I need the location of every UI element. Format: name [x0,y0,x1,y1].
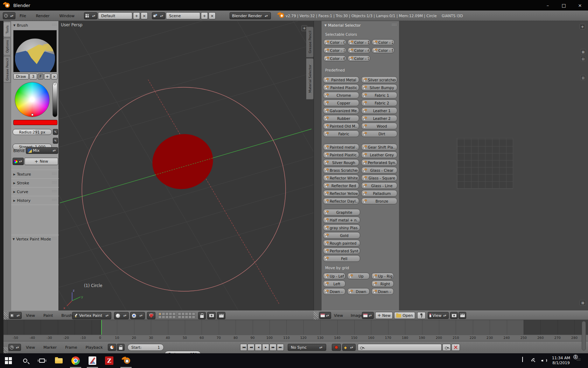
viewport-menu-brush[interactable]: Brush [61,313,72,318]
menu-file[interactable]: File [20,14,26,18]
material-button-rubber[interactable]: Rubber [323,115,359,122]
timeline-menu-frame[interactable]: Frame [65,345,77,350]
color-button-color-7[interactable]: Color - 7 [348,55,370,61]
brush-panel-header[interactable]: Brush [13,23,28,28]
timeline-scrollbar[interactable] [582,321,586,350]
timeline-ruler[interactable]: -50-40-30-20-100102030405060708090100110… [4,335,588,341]
material-button-reflector-dayl[interactable]: Reflector Dayl... [323,198,359,204]
render-still-button[interactable] [207,312,216,319]
material-button-gray-shiny-plas[interactable]: gray shiny Plas... [323,224,360,231]
radius-pressure-toggle[interactable]: ✎ [53,129,58,135]
move-button-down-l[interactable]: Down - L [323,288,345,295]
sc-icon-dropdown[interactable]: ▲▼ [152,12,165,19]
tab-grease-pencil-image[interactable]: Grease Pencil [306,27,314,57]
occlude-toggle[interactable] [147,312,155,319]
panel-grip[interactable]: :::: [52,190,57,193]
image-new-button[interactable]: + New [375,312,393,319]
close-button[interactable]: × [572,0,588,11]
edge-icon-1[interactable]: ▦ [580,49,586,54]
material-button-leather-grey[interactable]: Leather Grey [361,151,397,158]
search-button[interactable] [17,353,34,368]
panel-grip[interactable]: :::: [52,23,57,26]
blender-splash-icon[interactable] [277,13,284,18]
render-engine-dropdown[interactable]: Blender Render▲▼ [230,12,271,19]
menu-window[interactable]: Window [59,14,75,18]
material-button-silver-scratched[interactable]: Silver scratched [361,76,397,83]
color-button-color-6[interactable]: Color - 6 [323,55,346,61]
timeline-menu-marker[interactable]: Marker [43,345,57,350]
viewport-menu-view[interactable]: View [26,313,35,318]
start-button[interactable] [0,353,17,368]
tray-expand-chevron[interactable] [522,357,523,362]
playback-1[interactable]: ◀◀ [247,344,254,351]
color-button-color-5[interactable]: Color - 5 [372,47,394,53]
material-button-fabric-2[interactable]: Fabric 2 [361,100,397,106]
history-panel-header[interactable]: History [13,198,30,203]
material-button-perforated-synt[interactable]: Perforated Synt... [323,247,360,254]
material-button-painted-metal[interactable]: Painted Metal [323,76,359,83]
curve-panel-header[interactable]: Curve [13,190,28,194]
brush-count-field[interactable]: 3 [29,74,37,80]
material-button-palladium[interactable]: Palladium [361,190,397,197]
move-button-down[interactable]: Down [347,288,370,295]
material-button-dirt[interactable]: Dirt [361,130,397,137]
move-button-up[interactable]: Up [347,273,370,279]
region-corner-grip[interactable] [314,312,318,320]
image-menu-view[interactable]: View [334,313,343,318]
color-button-color-1[interactable]: Color - 1 [348,39,370,45]
scene-add-button[interactable]: + [201,12,208,19]
playback-5[interactable]: ▶▶| [277,344,284,351]
material-button-fell[interactable]: Fell [323,255,360,262]
material-selector-header[interactable]: Material Selector [324,23,361,28]
material-button-brass-scratched[interactable]: Brass Scratched [323,167,359,173]
pin-toggle[interactable] [417,312,426,319]
screen-layout-field[interactable]: Default [98,12,132,19]
autokey-record-toggle[interactable] [332,344,341,351]
timeline-menu-playback[interactable]: Playback [85,345,103,350]
viewport-3d[interactable]: z y x User Persp (1) Circle + [59,21,314,311]
keying-mode-dropdown[interactable]: ◆▲▼ [342,344,356,351]
material-button-glass-line[interactable]: Glass - Line [361,182,397,189]
timeline-menu-view[interactable]: View [26,345,35,350]
lock-frame-toggle[interactable] [117,344,125,351]
move-button-up-left[interactable]: Up - Left [323,273,345,279]
move-button-up-righ[interactable]: Up - Righ [371,273,394,279]
material-button-fabric-1[interactable]: Fabric 1 [361,92,397,98]
tray-clock[interactable]: 11:34 AM 8/1/2019 [550,356,572,366]
file-explorer-button[interactable] [50,353,67,368]
radius-slider[interactable]: Radius:291 px [13,129,52,135]
render-anim-button[interactable] [217,312,225,319]
value-slider-cursor[interactable] [54,83,56,85]
menu-render[interactable]: Render [36,14,49,18]
brush-preview[interactable] [13,30,57,72]
insert-keyframe-button[interactable] [442,344,451,351]
playback-4[interactable]: ▶▶ [270,344,276,351]
material-button-painted-metal[interactable]: Painted metal ... [323,144,359,150]
region-corner-grip[interactable] [4,347,8,353]
tab-options[interactable]: Options [4,38,11,55]
strength-pressure-toggle[interactable]: ✎ [53,138,58,144]
screen-layout-icon-dropdown[interactable]: ▲▼ [84,12,97,19]
material-button-bronze[interactable]: Bronze [361,198,397,204]
texture-browse-dropdown[interactable]: ▲▼ [13,158,24,165]
editor-type-image-dropdown[interactable]: ▲▼ [319,312,331,319]
image-panel-expand-button[interactable]: + [580,24,585,29]
timeline-track[interactable] [4,320,588,335]
sync-dropdown[interactable]: No Sync▲▼ [288,344,326,351]
material-button-reflector-red[interactable]: Reflector Red [323,182,359,189]
image-icon-button-1[interactable] [450,312,458,319]
tab-grease-pencil[interactable]: Grease Pencil [4,56,11,83]
image-icon-button-2[interactable] [458,312,466,319]
material-button-graphite[interactable]: Graphite [323,209,360,216]
color-button-color-3[interactable]: Color - 3 [323,47,346,53]
viewport-menu-paint[interactable]: Paint [43,313,53,318]
edge-icon-2[interactable]: ▤ [580,56,586,61]
giants-editor-button[interactable]: Z [101,353,118,368]
editor-type-info-dropdown[interactable]: i▲▼ [3,12,15,19]
material-button-half-metal-n[interactable]: Half metal + n... [323,217,360,223]
panel-grip[interactable]: :::: [52,181,57,184]
edge-icon-3[interactable]: ▥ [580,75,586,80]
panel-grip[interactable]: :::: [392,23,397,26]
material-button-reflector-white[interactable]: Reflector White [323,175,359,181]
maximize-button[interactable]: □ [556,0,572,11]
